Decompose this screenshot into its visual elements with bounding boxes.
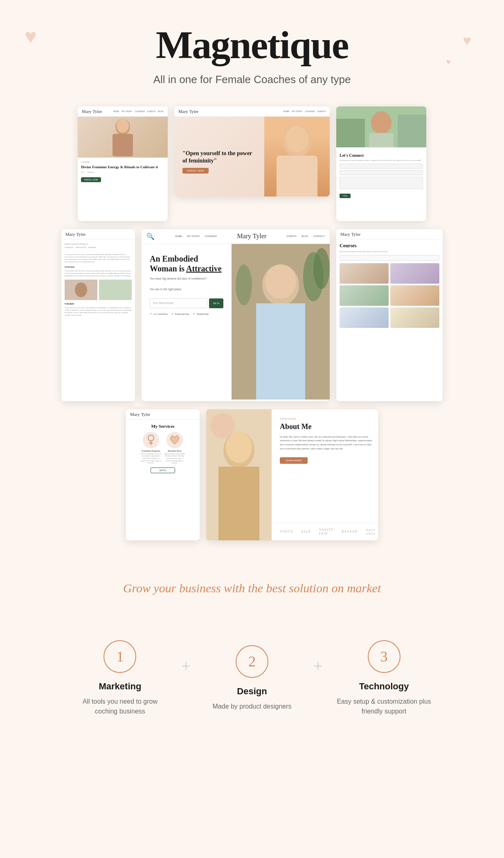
connect-description: Our question or general enquiries please…: [340, 159, 423, 162]
services-screen: Mary Tyler My Services: [126, 409, 200, 540]
main-nav-blog[interactable]: BLOG: [302, 235, 308, 237]
pillar-technology: 3 Technology Easy setup & customization …: [327, 640, 441, 716]
person-illustration: [106, 117, 139, 158]
email-placeholder: Your Best Email*: [153, 302, 174, 305]
nav-link-events: EVENTS: [147, 110, 155, 113]
courses-nav: Mary Tyler: [336, 229, 443, 239]
blog-content: Divine Feminine Energy & SCHEDULE INSTRU…: [61, 239, 135, 322]
svg-rect-1: [112, 134, 133, 156]
grow-headline: Grow your business with the best solutio…: [33, 581, 471, 595]
blog-nav: Mary Tyler: [61, 229, 135, 239]
nav-link-story: MY STORY: [122, 110, 133, 113]
pillars-row: 1 Marketing All tools you need to grow c…: [25, 640, 479, 716]
about-title: About Me: [280, 422, 376, 431]
pillar-3-desc: Easy setup & customization plus friendly…: [335, 697, 433, 716]
course-meta-free: Free: [81, 171, 84, 173]
course-nav: Mary Tyler HOME MY STORY COURSES EVENTS …: [78, 106, 168, 117]
nav-link-home: HOME: [113, 110, 119, 113]
courses-title: Courses: [340, 243, 439, 249]
pillar-3-title: Technology: [335, 681, 433, 692]
hero-screen: Mary Tyler HOME MY STORY COURSES EVENTS …: [174, 106, 330, 196]
course-hero-image: [78, 117, 168, 158]
services-detail-button[interactable]: DETAIL: [151, 467, 175, 473]
courses-grid: [340, 263, 439, 328]
blog-thumb-svg-2: [99, 280, 132, 300]
main-nav-story[interactable]: MY STORY: [187, 235, 200, 237]
romantic-icon-svg: [169, 434, 181, 446]
hero-nav-story: MY STORY: [292, 110, 302, 113]
connect-message-field[interactable]: [340, 177, 423, 189]
deco-heart-topright2: ♥: [446, 57, 451, 67]
check-label-3: Awakening: [196, 313, 208, 315]
main-hero-sub1: You have big dreams but lack of confiden…: [150, 277, 223, 281]
course-label: COURSE: [81, 161, 164, 163]
page-title: Magnetique: [16, 25, 488, 66]
pillar-3-circle: 3: [368, 640, 400, 673]
grow-section: Grow your business with the best solutio…: [0, 557, 504, 632]
femininity-service-name: Femininity Programs: [141, 450, 161, 452]
courses-screen: Mary Tyler Courses Our most knowledge an…: [336, 229, 443, 401]
services-title: My Services: [130, 424, 196, 429]
hero-quote: "Open yourself to the power of femininit…: [182, 150, 256, 165]
main-nav-events[interactable]: EVENTS: [287, 235, 297, 237]
courses-search-input[interactable]: [340, 255, 439, 261]
main-nav-contact[interactable]: CONTACT: [313, 235, 325, 237]
course-nav-logo: Mary Tyler: [82, 109, 102, 114]
svg-rect-26: [218, 467, 259, 540]
enroll-button[interactable]: ENROLL NOW: [81, 177, 101, 182]
learn-more-button[interactable]: LEARN MORE: [280, 457, 308, 464]
main-nav-courses[interactable]: COURSES: [205, 235, 217, 237]
brand-marie-claire: marie claire: [366, 528, 376, 535]
romantic-service-desc: Special drive of items called Romantic R…: [164, 453, 185, 464]
main-hero-person-svg: [232, 244, 330, 400]
page-subtitle: All in one for Female Coaches of any typ…: [16, 73, 488, 86]
pillars-section: 1 Marketing All tools you need to grow c…: [0, 632, 504, 749]
blog-nav-items: SCHEDULE INSTRUCTOR REVIEWS: [65, 246, 132, 251]
connect-title: Let's Connect: [340, 153, 423, 158]
main-nav-search-icon[interactable]: 🔍: [146, 233, 155, 240]
hero-signature: Mary: [182, 196, 191, 196]
svg-point-19: [313, 248, 330, 289]
connect-email-field[interactable]: [340, 170, 423, 175]
pillar-2-desc: Made by product designers: [203, 702, 301, 711]
main-hero-headline: An Embodied Woman is Attractive: [150, 254, 223, 273]
svg-point-21: [148, 435, 154, 441]
blog-screen: Mary Tyler Divine Feminine Energy & SCHE…: [61, 229, 135, 401]
screenshots-container: Mary Tyler HOME MY STORY COURSES EVENTS …: [16, 106, 488, 540]
about-brands: VOGUE ELLE VANITY FAIR BAZAAR marie clai…: [272, 523, 378, 540]
svg-rect-16: [256, 303, 305, 400]
plus-symbol-2: +: [309, 656, 327, 675]
blog-image-row: [65, 280, 132, 300]
hero-person-svg: [264, 117, 330, 196]
nav-link-blog: BLOG: [158, 110, 164, 113]
main-hero-left: An Embodied Woman is Attractive You have…: [142, 244, 232, 400]
blog-thumb-svg-1: [65, 280, 97, 300]
im-in-button[interactable]: I'M IN: [209, 298, 223, 308]
courses-description: Our most knowledge and many wide range o…: [340, 251, 439, 253]
pillar-1-title: Marketing: [71, 681, 169, 692]
main-nav-home[interactable]: HOME: [175, 235, 182, 237]
check-icon-2: ✓: [171, 312, 174, 316]
nav-link-courses: COURSES: [135, 110, 145, 113]
main-hero-sub2: You are in the right place.: [150, 287, 223, 292]
services-content: My Services Femininity Programs: [126, 420, 200, 477]
screenshots-section: Mary Tyler HOME MY STORY COURSES EVENTS …: [0, 94, 504, 557]
email-input-field[interactable]: Your Best Email*: [150, 298, 207, 308]
course-thumb-2: [390, 263, 439, 284]
check-label-1: 1:1 coaching: [153, 313, 167, 315]
about-text-container: COACHING About Me Hi dear! My name is Ma…: [272, 409, 378, 540]
bottom-row: Mary Tyler My Services: [16, 409, 488, 540]
services-nav-logo: Mary Tyler: [130, 412, 150, 417]
course-meta: Free Beginner: [81, 171, 164, 173]
hero-cta-button[interactable]: ENROLL NOW: [182, 168, 209, 174]
svg-rect-13: [99, 280, 132, 300]
svg-point-12: [75, 282, 87, 297]
connect-name-field[interactable]: [340, 164, 423, 169]
connect-submit-button[interactable]: SEND: [340, 194, 351, 198]
svg-rect-8: [369, 133, 394, 147]
about-description: Hi dear! My name is Mary and I am an exp…: [280, 435, 376, 451]
hero-text: "Open yourself to the power of femininit…: [182, 150, 256, 174]
about-label: COACHING: [280, 418, 376, 420]
romantic-service-name: Romantic Reset: [164, 450, 185, 452]
hero-nav: Mary Tyler HOME MY STORY COURSES EVENTS: [174, 106, 330, 117]
